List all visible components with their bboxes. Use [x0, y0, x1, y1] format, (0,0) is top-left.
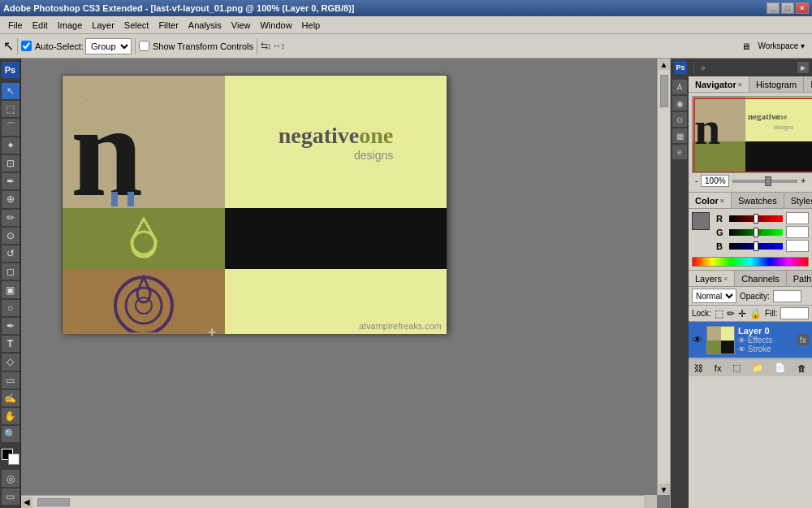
gradient-tool[interactable]: ▣ — [2, 281, 19, 297]
screen-mode-tool[interactable]: ▭ — [2, 488, 19, 505]
layer-style-btn[interactable]: fx — [711, 362, 725, 375]
path-tool[interactable]: ◇ — [2, 354, 19, 370]
show-transform-checkbox[interactable] — [139, 41, 149, 51]
tab-navigator[interactable]: Navigator × — [689, 76, 749, 92]
nav-slider[interactable] — [732, 180, 797, 183]
scroll-thumb-v[interactable] — [660, 75, 668, 107]
layers-tab-close[interactable]: × — [723, 275, 728, 283]
auto-select-checkbox[interactable] — [21, 41, 32, 51]
close-btn[interactable]: × — [796, 2, 809, 14]
minimize-btn[interactable]: _ — [767, 2, 780, 14]
opacity-input[interactable]: 100% — [773, 290, 801, 302]
hand-tool[interactable]: ✋ — [2, 408, 19, 424]
menu-window[interactable]: Window — [255, 19, 296, 32]
lock-transparent-icon[interactable]: ⬚ — [715, 308, 723, 319]
color-spectrum[interactable] — [692, 257, 809, 267]
move-tool[interactable]: ↖ — [2, 83, 19, 99]
notes-tool[interactable]: ✍ — [2, 390, 19, 406]
tab-layers[interactable]: Layers × — [689, 271, 735, 286]
tab-paths[interactable]: Paths — [787, 271, 812, 286]
history-tool[interactable]: ↺ — [2, 245, 19, 262]
fg-bg-colors[interactable] — [2, 449, 19, 465]
marquee-tool[interactable]: ⬚ — [2, 101, 19, 117]
menu-edit[interactable]: Edit — [28, 19, 53, 32]
layer-visibility-icon[interactable]: 👁 — [692, 334, 703, 345]
layer-row-0[interactable]: 👁 Layer 0 — [689, 322, 812, 358]
lock-position-icon[interactable]: ✛ — [738, 308, 746, 319]
g-value-input[interactable]: 116 — [786, 226, 809, 238]
quick-mask-tool[interactable]: ◎ — [2, 470, 19, 486]
scroll-down-btn[interactable]: ▼ — [659, 484, 670, 495]
menu-layer[interactable]: Layer — [87, 19, 119, 32]
layer-options-btn[interactable]: fx — [797, 334, 809, 345]
menu-select[interactable]: Select — [119, 19, 154, 32]
menu-filter[interactable]: Filter — [153, 19, 183, 32]
tab-channels[interactable]: Channels — [735, 271, 786, 286]
tab-swatches[interactable]: Swatches — [732, 193, 784, 208]
menu-image[interactable]: Image — [53, 19, 88, 32]
background-color[interactable] — [8, 454, 19, 465]
panel-expand-btn[interactable]: ▶ — [797, 62, 809, 73]
r-label: R — [716, 214, 726, 224]
panel-icon-3[interactable]: ⊙ — [672, 112, 687, 127]
group-select[interactable]: Group — [85, 38, 132, 54]
new-layer-btn[interactable]: 📄 — [771, 361, 789, 375]
scroll-up-btn[interactable]: ▲ — [659, 59, 670, 70]
nav-slider-thumb[interactable] — [765, 176, 771, 186]
lasso-tool[interactable]: ⌒ — [2, 119, 19, 135]
lock-all-icon[interactable]: 🔒 — [749, 308, 762, 319]
layer-mask-btn[interactable]: ⬚ — [729, 361, 744, 375]
pen-tool[interactable]: ✒ — [2, 318, 19, 334]
healing-tool[interactable]: ⊕ — [2, 191, 19, 207]
zoom-tool[interactable]: 🔍 — [2, 426, 19, 442]
dodge-tool[interactable]: ○ — [2, 300, 19, 316]
new-group-btn[interactable]: 📁 — [749, 361, 767, 375]
tab-color[interactable]: Color × — [689, 193, 732, 208]
tab-info[interactable]: Info — [804, 76, 812, 92]
panel-icon-5[interactable]: ≡ — [672, 145, 687, 159]
b-thumb[interactable] — [754, 241, 758, 251]
v-scrollbar[interactable]: ▲ ▼ — [657, 59, 670, 495]
link-layers-btn[interactable]: ⛓ — [691, 362, 706, 375]
menu-analysis[interactable]: Analysis — [184, 19, 227, 32]
maximize-btn[interactable]: □ — [781, 2, 794, 14]
color-tab-close[interactable]: × — [720, 197, 724, 205]
brush-tool[interactable]: ✏ — [2, 210, 19, 226]
delete-layer-btn[interactable]: 🗑 — [794, 362, 810, 375]
eyedropper-tool[interactable]: ✒ — [2, 173, 19, 189]
zoom-in-icon[interactable]: + — [801, 176, 806, 185]
g-thumb[interactable] — [754, 228, 758, 237]
panel-icon-4[interactable]: ▦ — [672, 128, 687, 143]
menu-help[interactable]: Help — [297, 19, 326, 32]
lock-image-icon[interactable]: ✏ — [727, 308, 735, 319]
fg-color-swatch[interactable] — [692, 212, 710, 230]
r-thumb[interactable] — [754, 214, 758, 224]
h-scrollbar[interactable]: ◀ ▶ — [21, 495, 657, 508]
show-transform-label: Show Transform Controls — [139, 41, 253, 51]
fill-input[interactable]: 100% — [780, 307, 809, 319]
crop-tool[interactable]: ⊡ — [2, 155, 19, 172]
scroll-thumb-h[interactable] — [37, 498, 70, 506]
menu-file[interactable]: File — [3, 19, 28, 32]
menu-view[interactable]: View — [227, 19, 256, 32]
panel-icon-2[interactable]: ◉ — [672, 96, 687, 111]
eraser-tool[interactable]: ◻ — [2, 263, 19, 280]
workspace-button[interactable]: Workspace ▾ — [754, 39, 809, 53]
layer-effects-0: 👁 Effects — [738, 336, 794, 345]
magic-wand-tool[interactable]: ✦ — [2, 137, 19, 154]
r-value-input[interactable]: 116 — [786, 212, 809, 224]
tab-styles[interactable]: Styles — [784, 193, 812, 208]
shape-tool[interactable]: ▭ — [2, 372, 19, 389]
tab-histogram[interactable]: Histogram — [749, 76, 804, 92]
navigator-tab-close[interactable]: × — [738, 80, 742, 89]
b-value-input[interactable]: 116 — [786, 240, 809, 252]
panel-icon-1[interactable]: A — [672, 80, 687, 94]
scroll-left-btn[interactable]: ◀ — [21, 497, 32, 508]
clone-tool[interactable]: ⊙ — [2, 228, 19, 244]
svg-rect-7 — [745, 141, 812, 173]
move-tool-icon[interactable]: ↖ — [3, 38, 14, 54]
blend-mode-select[interactable]: Normal — [692, 289, 736, 303]
text-tool[interactable]: T — [2, 336, 19, 352]
zoom-out-icon[interactable]: - — [695, 176, 698, 185]
nav-zoom-input[interactable] — [701, 175, 729, 187]
